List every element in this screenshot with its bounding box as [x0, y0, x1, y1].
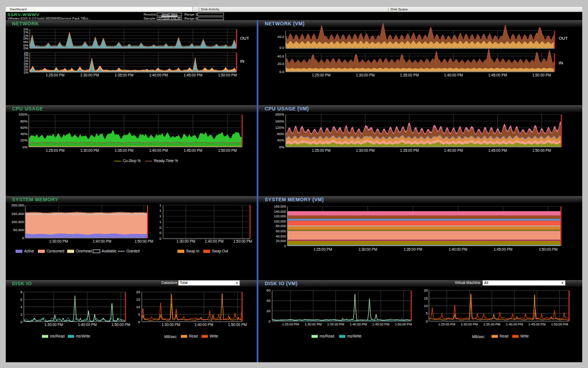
svg-text:0: 0 — [22, 236, 25, 240]
svg-text:1:25:00 PM: 1:25:00 PM — [438, 323, 455, 326]
svg-text:60: 60 — [266, 288, 270, 292]
svg-text:0%: 0% — [22, 145, 28, 149]
svg-text:Consumed: Consumed — [47, 249, 64, 253]
svg-text:1:50:00 PM: 1:50:00 PM — [218, 73, 237, 77]
svg-text:1:40:00 PM: 1:40:00 PM — [195, 323, 214, 327]
svg-text:1:40:00 PM: 1:40:00 PM — [149, 148, 168, 152]
svg-text:1:45:00 PM: 1:45:00 PM — [488, 73, 507, 77]
svg-text:1:45:00 PM: 1:45:00 PM — [494, 247, 513, 251]
svg-text:1: 1 — [160, 208, 162, 212]
svg-text:10: 10 — [424, 304, 428, 308]
svg-text:1:35:00 PM: 1:35:00 PM — [115, 73, 134, 77]
svg-text:Swap In: Swap In — [186, 249, 200, 254]
svg-text:1:25:00 PM: 1:25:00 PM — [46, 73, 65, 77]
svg-text:100,000: 100,000 — [11, 220, 25, 224]
svg-text:1:30:00 PM: 1:30:00 PM — [161, 323, 180, 327]
svg-text:1:50:00 PM: 1:50:00 PM — [111, 323, 130, 327]
svg-text:1:45:00 PM: 1:45:00 PM — [372, 323, 389, 326]
svg-text:1:30:00 PM: 1:30:00 PM — [461, 323, 478, 326]
svg-text:0: 0 — [160, 225, 162, 229]
svg-text:120,000: 120,000 — [274, 214, 286, 218]
svg-text:1:45:00 PM: 1:45:00 PM — [184, 148, 203, 152]
svg-text:8: 8 — [21, 290, 23, 294]
svg-text:1:35:00 PM: 1:35:00 PM — [327, 323, 345, 326]
svg-text:150,000: 150,000 — [11, 212, 25, 216]
svg-text:6: 6 — [21, 297, 23, 301]
svg-text:0: 0 — [284, 244, 286, 248]
svg-text:ms/Write: ms/Write — [347, 334, 362, 338]
svg-text:80,000: 80,000 — [276, 224, 286, 228]
svg-text:ms/Read: ms/Read — [50, 334, 65, 338]
svg-text:20,000: 20,000 — [276, 239, 286, 243]
svg-text:Read: Read — [189, 334, 198, 338]
svg-text:1:30:00 PM: 1:30:00 PM — [304, 323, 322, 326]
svg-text:40,000: 40,000 — [276, 235, 286, 238]
svg-text:1:40:00 PM: 1:40:00 PM — [149, 73, 168, 77]
svg-text:60%: 60% — [21, 125, 28, 129]
svg-text:Ready-Time %: Ready-Time % — [154, 159, 178, 163]
svg-text:160%: 160% — [275, 119, 284, 123]
svg-text:100%: 100% — [18, 112, 28, 116]
svg-text:OUT: OUT — [559, 36, 568, 41]
svg-text:Available: Available — [102, 249, 117, 253]
svg-text:1:50:00 PM: 1:50:00 PM — [228, 323, 247, 327]
svg-text:Write: Write — [520, 334, 529, 338]
svg-text:4: 4 — [21, 305, 23, 309]
svg-text:0: 0 — [21, 320, 23, 324]
svg-text:1:25:00 PM: 1:25:00 PM — [282, 323, 299, 326]
svg-text:1:45:00 PM: 1:45:00 PM — [184, 73, 203, 77]
svg-text:Active: Active — [24, 249, 34, 253]
svg-text:1:30:00 PM: 1:30:00 PM — [356, 148, 375, 152]
svg-text:1:25:00 PM: 1:25:00 PM — [312, 73, 331, 77]
svg-text:1:40:00 PM: 1:40:00 PM — [78, 323, 97, 327]
svg-text:15: 15 — [424, 296, 428, 300]
svg-text:Write: Write — [210, 334, 218, 338]
svg-text:0: 0 — [138, 320, 141, 324]
svg-text:1:30:00 PM: 1:30:00 PM — [80, 148, 99, 152]
svg-text:1:40:00 PM: 1:40:00 PM — [444, 148, 463, 152]
svg-text:0.0: 0.0 — [279, 45, 284, 49]
svg-text:5: 5 — [138, 312, 141, 316]
svg-text:60,000: 60,000 — [276, 229, 286, 233]
svg-text:1:50:00 PM: 1:50:00 PM — [539, 247, 558, 251]
svg-text:200%: 200% — [275, 112, 284, 116]
svg-text:1:30:00 PM: 1:30:00 PM — [49, 239, 68, 243]
svg-text:100,000: 100,000 — [274, 220, 286, 223]
svg-text:5: 5 — [426, 311, 428, 315]
svg-text:ms/Write: ms/Write — [76, 334, 91, 338]
svg-text:1:35:00 PM: 1:35:00 PM — [400, 73, 419, 77]
svg-text:20: 20 — [424, 288, 428, 292]
svg-text:0: 0 — [160, 236, 162, 240]
svg-text:160,000: 160,000 — [274, 205, 286, 208]
svg-text:20: 20 — [266, 309, 270, 313]
svg-text:1:40:00 PM: 1:40:00 PM — [350, 323, 367, 326]
svg-text:200,000: 200,000 — [11, 203, 25, 207]
svg-text:1:40:00 PM: 1:40:00 PM — [444, 73, 463, 77]
svg-text:1:50:00 PM: 1:50:00 PM — [551, 323, 568, 326]
svg-text:1:35:00 PM: 1:35:00 PM — [400, 148, 419, 152]
svg-text:1: 1 — [160, 203, 162, 207]
svg-text:1:35:00 PM: 1:35:00 PM — [115, 148, 134, 152]
svg-text:40: 40 — [266, 298, 270, 302]
svg-text:40.0: 40.0 — [277, 54, 285, 58]
svg-text:1:40:00 PM: 1:40:00 PM — [92, 239, 111, 243]
svg-text:1:30:00 PM: 1:30:00 PM — [356, 73, 375, 77]
svg-text:MB/sec:: MB/sec: — [164, 335, 177, 339]
svg-text:Swap Out: Swap Out — [212, 249, 228, 254]
svg-text:120%: 120% — [275, 125, 284, 129]
svg-text:0: 0 — [160, 231, 162, 235]
svg-text:1:40:00 PM: 1:40:00 PM — [506, 323, 523, 326]
svg-text:1:35:00 PM: 1:35:00 PM — [483, 323, 501, 326]
svg-text:1:25:00 PM: 1:25:00 PM — [46, 148, 65, 152]
svg-text:1:50:00 PM: 1:50:00 PM — [134, 239, 153, 243]
svg-text:50,000: 50,000 — [13, 228, 24, 232]
svg-text:1:30:00 PM: 1:30:00 PM — [44, 323, 63, 327]
svg-text:Granted: Granted — [126, 249, 140, 253]
svg-text:1: 1 — [160, 214, 162, 218]
svg-text:20.0: 20.0 — [277, 62, 285, 66]
svg-text:Read: Read — [500, 334, 509, 338]
svg-text:0%: 0% — [24, 71, 28, 74]
svg-text:OUT: OUT — [240, 36, 249, 41]
svg-text:Co-Stop %: Co-Stop % — [123, 159, 141, 163]
svg-text:1:30:00 PM: 1:30:00 PM — [80, 73, 99, 77]
